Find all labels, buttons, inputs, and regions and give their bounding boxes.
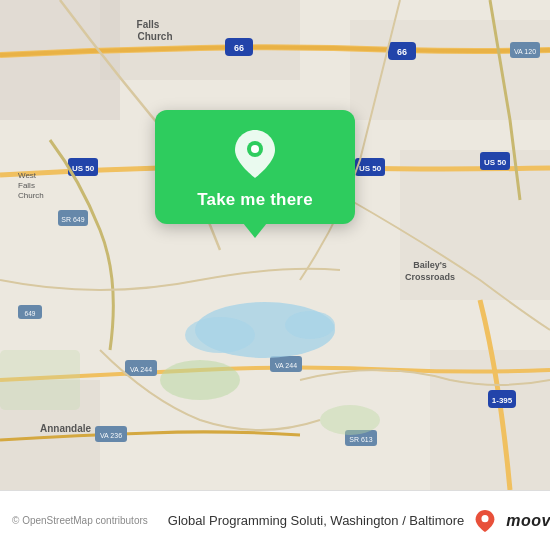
svg-text:VA 244: VA 244 — [275, 362, 297, 369]
svg-point-35 — [285, 311, 335, 339]
svg-text:US 50: US 50 — [484, 158, 507, 167]
svg-point-34 — [185, 317, 255, 353]
svg-text:Church: Church — [138, 31, 173, 42]
svg-text:Annandale: Annandale — [40, 423, 92, 434]
svg-text:1-395: 1-395 — [492, 396, 513, 405]
svg-text:SR 649: SR 649 — [61, 216, 84, 223]
svg-text:Church: Church — [18, 191, 44, 200]
copyright-text: © OpenStreetMap contributors — [12, 515, 148, 526]
svg-text:Crossroads: Crossroads — [405, 272, 455, 282]
navigation-popup[interactable]: Take me there — [155, 110, 355, 224]
svg-text:VA 236: VA 236 — [100, 432, 122, 439]
map-background: 66 66 US 50 US 50 US 50 SR 649 649 VA 12… — [0, 0, 550, 490]
svg-rect-38 — [0, 350, 80, 410]
svg-text:66: 66 — [397, 47, 407, 57]
svg-text:West: West — [18, 171, 37, 180]
footer-bar: © OpenStreetMap contributors Global Prog… — [0, 490, 550, 550]
svg-text:VA 120: VA 120 — [514, 48, 536, 55]
svg-text:Bailey's: Bailey's — [413, 260, 447, 270]
svg-text:SR 613: SR 613 — [349, 436, 372, 443]
take-me-there-button[interactable]: Take me there — [197, 190, 313, 210]
location-title: Global Programming Soluti, Washington / … — [168, 513, 464, 528]
svg-text:Falls: Falls — [137, 19, 160, 30]
map-container: 66 66 US 50 US 50 US 50 SR 649 649 VA 12… — [0, 0, 550, 490]
svg-point-37 — [320, 405, 380, 435]
location-pin-icon — [229, 128, 281, 180]
svg-text:US 50: US 50 — [359, 164, 382, 173]
footer-location-icon — [474, 510, 496, 532]
svg-text:649: 649 — [25, 310, 36, 317]
svg-rect-2 — [100, 0, 300, 80]
svg-text:66: 66 — [234, 43, 244, 53]
moovit-logo: moovit — [506, 512, 550, 530]
svg-text:VA 244: VA 244 — [130, 366, 152, 373]
svg-text:Falls: Falls — [18, 181, 35, 190]
svg-rect-3 — [350, 20, 550, 120]
svg-point-48 — [251, 145, 259, 153]
svg-point-49 — [482, 515, 489, 522]
svg-point-36 — [160, 360, 240, 400]
svg-text:US 50: US 50 — [72, 164, 95, 173]
